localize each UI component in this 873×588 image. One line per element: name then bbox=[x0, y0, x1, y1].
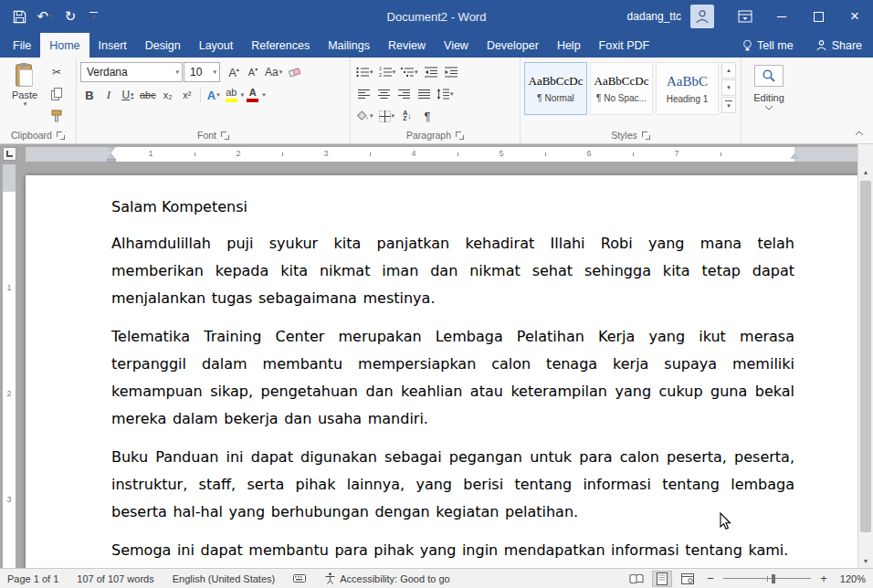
grow-font-button[interactable]: A▴ bbox=[225, 62, 243, 82]
sort-button[interactable]: A Z ↓ bbox=[398, 106, 416, 126]
increase-indent-button[interactable] bbox=[442, 62, 460, 82]
font-size-select[interactable]: 10▾ bbox=[184, 62, 220, 82]
multilevel-list-button[interactable]: ▾ bbox=[399, 62, 420, 82]
tab-insert[interactable]: Insert bbox=[89, 33, 136, 58]
cut-button[interactable]: ✂ bbox=[47, 62, 66, 82]
left-indent-marker[interactable] bbox=[107, 159, 116, 162]
accessibility-status[interactable]: Accessibility: Good to go bbox=[324, 572, 449, 584]
language-status[interactable]: English (United States) bbox=[173, 573, 276, 584]
line-spacing-button[interactable]: ▾ bbox=[435, 84, 456, 104]
align-center-button[interactable] bbox=[374, 84, 393, 104]
tab-help[interactable]: Help bbox=[548, 33, 590, 58]
font-name-select[interactable]: Verdana▾ bbox=[80, 62, 183, 82]
zoom-slider-thumb[interactable] bbox=[772, 574, 775, 583]
clear-formatting-button[interactable] bbox=[285, 62, 303, 82]
web-layout-button[interactable] bbox=[678, 571, 698, 587]
share-button[interactable]: Share bbox=[805, 33, 873, 58]
align-left-button[interactable] bbox=[354, 84, 373, 104]
borders-button[interactable]: ▾ bbox=[377, 106, 397, 126]
italic-button[interactable]: I bbox=[100, 85, 118, 105]
scrollbar-thumb[interactable] bbox=[860, 181, 871, 532]
tab-foxit-pdf[interactable]: Foxit PDF bbox=[590, 33, 659, 58]
styles-dialog-launcher[interactable] bbox=[642, 131, 650, 140]
horizontal-ruler[interactable]: 1 2 3 4 5 6 7 bbox=[26, 147, 858, 162]
title-bar[interactable]: ↶▾ ↻ ▾ Document2 - Word dadang_ttc ─ × bbox=[0, 0, 873, 33]
style-no-spacing[interactable]: AaBbCcDc ¶ No Spac... bbox=[590, 62, 653, 115]
numbering-button[interactable]: 12 ▾ bbox=[377, 62, 398, 82]
align-right-button[interactable] bbox=[394, 84, 413, 104]
highlight-button[interactable]: ab bbox=[224, 85, 239, 105]
paste-button[interactable]: Paste ▾ bbox=[4, 62, 46, 126]
format-painter-button[interactable] bbox=[47, 106, 66, 126]
ribbon-display-options-button[interactable] bbox=[727, 0, 763, 33]
bullets-button[interactable]: ▾ bbox=[354, 62, 375, 82]
style-heading-1[interactable]: AaBbC Heading 1 bbox=[656, 62, 719, 115]
keyboard-indicator[interactable] bbox=[293, 574, 306, 583]
tab-review[interactable]: Review bbox=[379, 33, 435, 58]
styles-scroll-up-button[interactable]: ▴ bbox=[721, 62, 736, 79]
avatar[interactable] bbox=[690, 5, 714, 28]
account-name[interactable]: dadang_ttc bbox=[627, 10, 681, 23]
page-count[interactable]: Page 1 of 1 bbox=[7, 573, 58, 584]
read-mode-button[interactable] bbox=[626, 571, 647, 587]
text-effects-button[interactable]: A▾ bbox=[205, 85, 223, 105]
zoom-in-button[interactable]: + bbox=[816, 572, 831, 586]
doc-paragraph[interactable]: Telematika Training Center merupakan Lem… bbox=[111, 323, 794, 433]
scroll-up-button[interactable]: ▲ bbox=[858, 164, 873, 179]
tab-home[interactable]: Home bbox=[40, 33, 89, 58]
redo-button[interactable]: ↻ bbox=[58, 5, 82, 28]
save-button[interactable] bbox=[7, 5, 31, 28]
chevron-down-icon[interactable]: ▾ bbox=[262, 91, 266, 99]
underline-button[interactable]: U▾ bbox=[119, 85, 137, 105]
collapse-ribbon-button[interactable] bbox=[851, 127, 868, 140]
tab-layout[interactable]: Layout bbox=[190, 33, 243, 58]
bold-button[interactable]: B bbox=[80, 85, 99, 105]
superscript-button[interactable]: x² bbox=[178, 85, 196, 105]
decrease-indent-button[interactable] bbox=[422, 62, 440, 82]
strikethrough-button[interactable]: abc bbox=[138, 85, 158, 105]
justify-button[interactable] bbox=[415, 84, 433, 104]
tell-me-button[interactable]: Tell me bbox=[731, 33, 805, 58]
shading-button[interactable]: ▾ bbox=[354, 106, 375, 126]
tab-file[interactable]: File bbox=[4, 33, 40, 58]
scroll-down-button[interactable]: ▼ bbox=[858, 553, 873, 568]
customize-qat-button[interactable]: ▾ bbox=[84, 5, 102, 28]
chevron-down-icon[interactable]: ▾ bbox=[241, 91, 245, 99]
font-dialog-launcher[interactable] bbox=[221, 131, 229, 140]
tab-view[interactable]: View bbox=[435, 33, 478, 58]
tab-stop-selector[interactable] bbox=[3, 147, 16, 161]
word-count[interactable]: 107 of 107 words bbox=[77, 573, 153, 584]
styles-scroll-down-button[interactable]: ▾ bbox=[721, 79, 736, 96]
document-text[interactable]: Salam Kompetensi Alhamdulillah puji syuk… bbox=[26, 175, 858, 564]
doc-heading[interactable]: Salam Kompetensi bbox=[111, 195, 794, 219]
tab-developer[interactable]: Developer bbox=[478, 33, 548, 58]
styles-more-button[interactable]: ▾ bbox=[721, 97, 736, 113]
doc-paragraph[interactable]: Semoga ini dapat membantu para pihak yan… bbox=[111, 537, 794, 564]
doc-paragraph[interactable]: Buku Panduan ini dapat digunakan sebagai… bbox=[111, 444, 794, 526]
maximize-button[interactable] bbox=[800, 0, 836, 33]
doc-paragraph[interactable]: Alhamdulillah puji syukur kita panjatkan… bbox=[111, 230, 794, 312]
paragraph-dialog-launcher[interactable] bbox=[456, 131, 464, 140]
editing-menu-button[interactable] bbox=[754, 65, 784, 87]
document-page[interactable]: Salam Kompetensi Alhamdulillah puji syuk… bbox=[26, 175, 858, 568]
zoom-level[interactable]: 120% bbox=[836, 573, 866, 584]
close-button[interactable]: × bbox=[836, 0, 873, 33]
vertical-scrollbar[interactable]: ▲ ▼ bbox=[857, 164, 873, 568]
show-formatting-marks-button[interactable]: ¶ bbox=[418, 106, 436, 126]
shrink-font-button[interactable]: A▾ bbox=[244, 62, 262, 82]
copy-button[interactable] bbox=[47, 84, 66, 104]
style-normal[interactable]: AaBbCcDc ¶ Normal bbox=[524, 62, 587, 115]
zoom-slider[interactable] bbox=[723, 572, 811, 585]
zoom-out-button[interactable]: − bbox=[703, 572, 718, 586]
undo-button[interactable]: ↶▾ bbox=[33, 5, 57, 28]
right-indent-marker[interactable] bbox=[790, 153, 799, 159]
tab-design[interactable]: Design bbox=[136, 33, 190, 58]
font-color-button[interactable]: A bbox=[245, 85, 260, 105]
first-line-indent-marker[interactable] bbox=[107, 147, 116, 152]
minimize-button[interactable]: ─ bbox=[763, 0, 800, 33]
clipboard-dialog-launcher[interactable] bbox=[57, 131, 65, 140]
change-case-button[interactable]: Aa▾ bbox=[263, 62, 284, 82]
subscript-button[interactable]: x₂ bbox=[159, 85, 177, 105]
tab-mailings[interactable]: Mailings bbox=[319, 33, 379, 58]
tab-references[interactable]: References bbox=[242, 33, 319, 58]
